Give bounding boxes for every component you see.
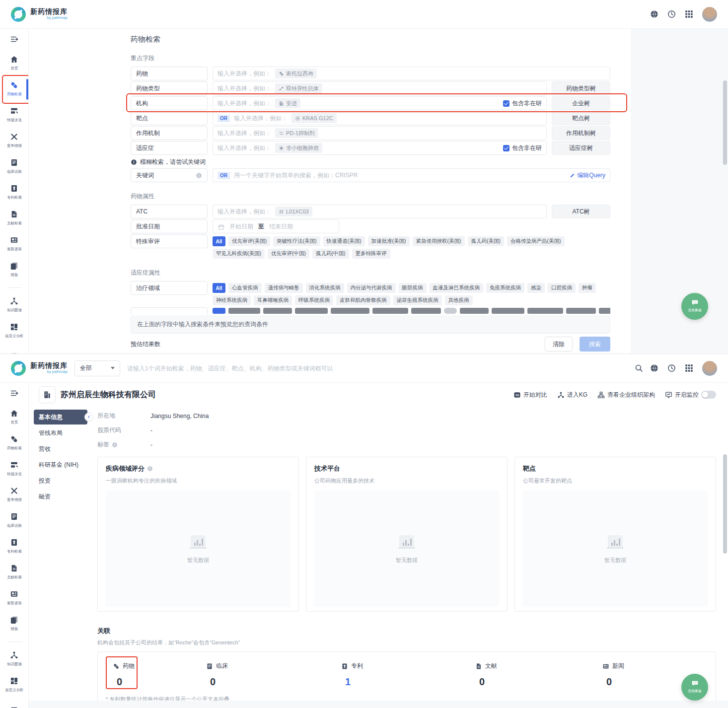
therapy-area-chip[interactable]: 眼部疾病 <box>399 283 427 293</box>
therapy-area-chip[interactable]: 其他疾病 <box>445 295 473 305</box>
sidebar-item[interactable]: 临床试验 <box>0 154 28 180</box>
special-review-chip[interactable]: 加速批准(美国) <box>368 236 410 246</box>
therapy-area-chip[interactable]: 泌尿生殖系统疾病 <box>393 295 442 305</box>
include-inactive-checkbox[interactable]: 包含非在研 <box>503 99 542 108</box>
support-fab[interactable]: 在线客服 <box>681 293 708 320</box>
sidebar-item[interactable]: VS <box>0 344 28 354</box>
sidebar-item[interactable]: 自定义分析 <box>0 672 28 698</box>
scrollbar-track[interactable] <box>723 385 727 704</box>
sidebar-item[interactable]: 报告 <box>0 257 28 283</box>
special-review-chip[interactable]: 孤儿药(美国) <box>468 236 505 246</box>
indication-tree-button[interactable]: 适应症树 <box>552 141 610 155</box>
compare-button[interactable]: VS 开始对比 <box>513 391 547 399</box>
search-icon[interactable] <box>635 364 643 372</box>
moa-input[interactable]: 输入并选择，例如： PD-1抑制剂 <box>213 126 547 140</box>
special-review-chip[interactable]: 突破性疗法(美国) <box>273 236 320 246</box>
company-tab[interactable]: 投资 <box>34 473 87 488</box>
relation-stat-value[interactable]: 0 <box>475 676 595 688</box>
therapy-area-chip[interactable]: 感染 <box>527 283 545 293</box>
or-operator-chip[interactable]: OR <box>218 115 230 122</box>
therapy-area-chip[interactable]: 皮肤和肌肉骨骼疾病 <box>336 295 390 305</box>
date-range-picker[interactable]: 开始日期 至 结束日期 <box>213 219 339 233</box>
sidebar-item[interactable]: 专利检索 <box>0 180 28 206</box>
therapy-area-chip[interactable]: 血液及淋巴系统疾病 <box>430 283 484 293</box>
drug-input[interactable]: 输入并选择，例如： 索托拉西布 <box>213 67 610 80</box>
global-search-input[interactable] <box>127 365 628 372</box>
atc-input[interactable]: 输入并选择，例如： L01XC03 <box>213 205 547 218</box>
sidebar-item[interactable]: 知识图谱 <box>0 292 28 318</box>
special-review-chip[interactable]: 快速通道(美国) <box>323 236 365 246</box>
support-fab[interactable]: 在线客服 <box>681 674 708 701</box>
special-review-chip[interactable]: 紧急使用授权(美国) <box>413 236 465 246</box>
therapy-area-chip[interactable]: 呼吸系统疾病 <box>295 295 333 305</box>
sidebar-item[interactable]: 药物检索 <box>0 430 28 456</box>
sidebar-item[interactable]: 最新进展 <box>0 231 28 257</box>
therapy-area-chip[interactable]: 肿瘤 <box>579 283 596 293</box>
collapse-sidebar-icon[interactable] <box>10 389 19 398</box>
sidebar-item[interactable]: 药物检索 <box>0 76 28 102</box>
all-filter-chip[interactable]: All <box>213 283 225 293</box>
organization-input[interactable]: 输入并选择，例如： 安进 包含非在研 <box>213 96 547 110</box>
apps-grid-icon[interactable] <box>685 364 693 372</box>
company-tab[interactable]: 营收 <box>34 441 87 456</box>
therapy-area-chip[interactable]: 耳鼻咽喉疾病 <box>254 295 292 305</box>
monitor-toggle[interactable] <box>701 391 716 399</box>
special-review-chip[interactable]: 优先审评(美国) <box>228 236 270 246</box>
atc-tree-button[interactable]: ATC树 <box>552 205 610 218</box>
indication-input[interactable]: 输入并选择，例如： 非小细胞肺癌 包含非在研 <box>213 141 547 155</box>
moa-tree-button[interactable]: 作用机制树 <box>552 126 610 140</box>
sidebar-item[interactable]: 最新进展 <box>0 585 28 611</box>
special-review-chip[interactable]: 合格传染病产品(美国) <box>507 236 565 246</box>
sidebar-item[interactable]: VS <box>0 698 28 708</box>
history-icon[interactable] <box>667 10 676 18</box>
sidebar-item[interactable]: 文献检索 <box>0 206 28 231</box>
sidebar-item[interactable]: 竞争情报 <box>0 128 28 154</box>
apps-grid-icon[interactable] <box>685 10 693 18</box>
sidebar-item[interactable]: 竞争情报 <box>0 482 28 508</box>
therapy-area-chip[interactable]: 内分泌与代谢疾病 <box>347 283 396 293</box>
search-scope-select[interactable]: 全部 <box>74 360 120 376</box>
therapy-area-chip[interactable]: 神经系统疾病 <box>213 295 251 305</box>
globe-icon[interactable] <box>650 10 658 18</box>
start-date-placeholder[interactable]: 开始日期 <box>229 222 253 231</box>
collapse-tabs-chevron-icon[interactable] <box>84 413 93 422</box>
special-review-chip[interactable]: 更多特殊审评 <box>352 249 390 259</box>
sidebar-item[interactable]: 自定义分析 <box>0 318 28 344</box>
globe-icon[interactable] <box>650 364 658 372</box>
relation-stat-value[interactable]: 0 <box>206 676 334 688</box>
therapy-area-chip[interactable]: 心血管疾病 <box>228 283 262 293</box>
sidebar-item[interactable]: 文献检索 <box>0 560 28 585</box>
monitor-toggle-row[interactable]: 开启监控 <box>665 391 716 399</box>
org-chart-button[interactable]: 查看企业组织架构 <box>597 391 655 399</box>
company-tab[interactable]: 基本信息 <box>34 410 87 425</box>
target-tree-button[interactable]: 靶点树 <box>552 111 610 125</box>
scrollbar-thumb[interactable] <box>723 454 727 554</box>
enter-kg-button[interactable]: 进入KG <box>557 391 587 399</box>
collapse-sidebar-icon[interactable] <box>10 35 19 44</box>
sidebar-item[interactable]: 首页 <box>0 405 28 430</box>
scrollbar-track[interactable] <box>723 31 727 350</box>
target-input[interactable]: OR 输入并选择，例如： KRAS G12C <box>213 111 547 125</box>
special-review-chip[interactable]: 孤儿药(中国) <box>312 249 349 259</box>
company-tree-button[interactable]: 企业树 <box>552 96 610 110</box>
or-operator-chip[interactable]: OR <box>218 172 230 179</box>
relation-stat-value[interactable]: 1 <box>341 676 468 688</box>
sidebar-item[interactable]: 报告 <box>0 611 28 637</box>
company-tab[interactable]: 管线布局 <box>34 425 87 440</box>
keyword-input[interactable]: OR 用一个关键字开始简单的搜索，例如：CRISPR 编辑Query <box>213 168 610 182</box>
sidebar-item[interactable]: 专利检索 <box>0 534 28 560</box>
drug-type-input[interactable]: 输入并选择，例如： 双特异性抗体 <box>213 81 547 95</box>
drug-type-tree-button[interactable]: 药物类型树 <box>552 81 610 95</box>
special-review-chip[interactable]: 罕见儿科疾病(美国) <box>213 249 265 259</box>
company-tab[interactable]: 科研基金 (NIH) <box>34 457 87 472</box>
sidebar-item[interactable]: 首页 <box>0 51 28 76</box>
edit-query-button[interactable]: 编辑Query <box>570 171 605 180</box>
therapy-area-chip[interactable]: 消化系统疾病 <box>306 283 344 293</box>
therapy-area-chip[interactable]: 免疫系统疾病 <box>486 283 524 293</box>
special-review-chip[interactable]: 优先审评(中国) <box>268 249 309 259</box>
avatar[interactable] <box>702 7 717 22</box>
search-button[interactable]: 搜索 <box>580 337 610 352</box>
clear-button[interactable]: 清除 <box>545 337 573 352</box>
sidebar-item[interactable]: 知识图谱 <box>0 646 28 672</box>
end-date-placeholder[interactable]: 结束日期 <box>269 222 293 231</box>
